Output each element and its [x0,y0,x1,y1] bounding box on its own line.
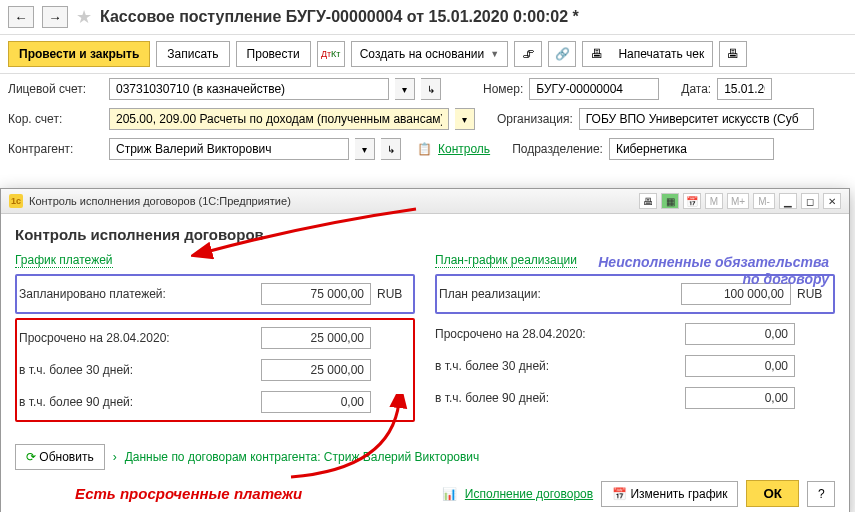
org-input[interactable] [579,108,814,130]
number-label: Номер: [483,82,523,96]
post-and-close-button[interactable]: Провести и закрыть [8,41,150,67]
dtkt-icon[interactable]: ДтКт [317,41,345,67]
contr-select-button[interactable]: ▾ [355,138,375,160]
kor-input[interactable] [109,108,449,130]
attach-icon[interactable]: 🖇 [514,41,542,67]
account-input[interactable] [109,78,389,100]
chevron-down-icon: ▼ [490,49,499,59]
contr-input[interactable] [109,138,349,160]
kor-select-button[interactable]: ▾ [455,108,475,130]
print-check-button[interactable]: 🖶 Напечатать чек [582,41,713,67]
date-input[interactable] [717,78,772,100]
kor-label: Кор. счет: [8,112,103,126]
number-input[interactable] [529,78,659,100]
favorite-star-icon[interactable]: ★ [76,6,92,28]
forward-button[interactable]: → [42,6,68,28]
date-label: Дата: [681,82,711,96]
create-based-dropdown[interactable]: Создать на основании▼ [351,41,508,67]
division-label: Подразделение: [512,142,603,156]
contr-label: Контрагент: [8,142,103,156]
printer-icon: 🖶 [591,47,603,61]
save-button[interactable]: Записать [156,41,229,67]
account-select-button[interactable]: ▾ [395,78,415,100]
page-title: Кассовое поступление БУГУ-00000004 от 15… [100,8,579,26]
post-button[interactable]: Провести [236,41,311,67]
contr-open-button[interactable]: ↳ [381,138,401,160]
account-label: Лицевой счет: [8,82,103,96]
division-input[interactable] [609,138,774,160]
control-link[interactable]: Контроль [438,142,490,156]
org-label: Организация: [497,112,573,126]
account-open-button[interactable]: ↳ [421,78,441,100]
back-button[interactable]: ← [8,6,34,28]
calendar-icon[interactable]: 📋 [417,142,432,156]
link-icon[interactable]: 🔗 [548,41,576,67]
print-icon[interactable]: 🖶 [719,41,747,67]
